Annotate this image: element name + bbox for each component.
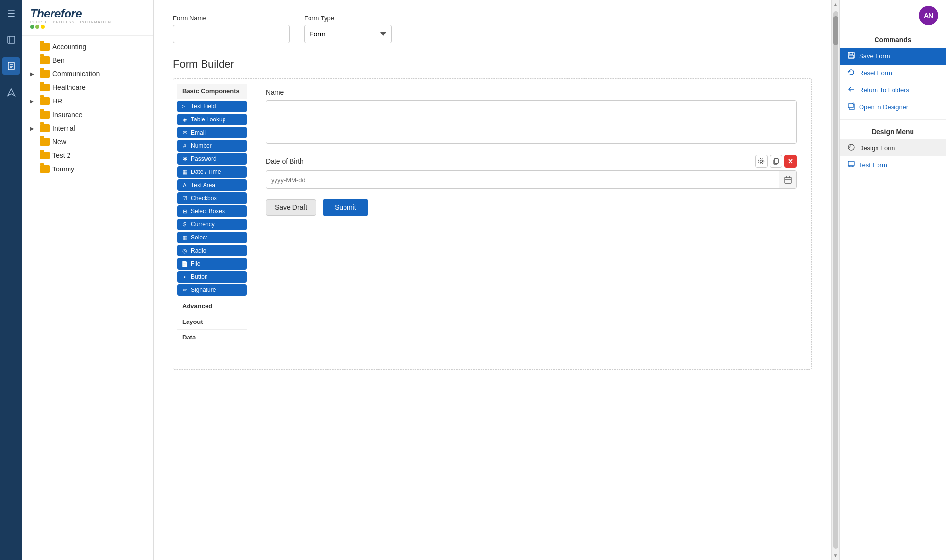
dob-input[interactable] <box>266 172 779 187</box>
sidebar-item-label: Tommy <box>52 165 74 173</box>
advanced-section-title[interactable]: Advanced <box>177 299 247 314</box>
component-label: File <box>191 260 200 267</box>
form-builder-title: Form Builder <box>173 58 812 70</box>
test-form-item[interactable]: Test Form <box>840 156 946 173</box>
submit-button[interactable]: Submit <box>323 199 368 216</box>
tree-expand-arrow: ▶ <box>30 126 37 131</box>
sidebar-item-label: Test 2 <box>52 152 70 159</box>
open-designer-item[interactable]: Open in Designer <box>840 99 946 116</box>
form-name-label: Form Name <box>173 15 290 22</box>
sidebar-item-accounting[interactable]: Accounting <box>22 40 153 53</box>
reset-form-item[interactable]: Reset Form <box>840 65 946 82</box>
scroll-up[interactable]: ▲ <box>833 0 838 9</box>
dob-settings-btn[interactable] <box>755 155 768 168</box>
name-field-label: Name <box>266 88 797 96</box>
svg-rect-22 <box>848 104 853 108</box>
folder-icon <box>40 56 50 64</box>
content-scroll: Form Name Form Type Form Template Workfl… <box>154 0 831 560</box>
email-icon: ✉ <box>181 130 188 136</box>
dob-delete-btn[interactable] <box>784 155 797 168</box>
save-form-item[interactable]: Save Form <box>840 48 946 65</box>
component-password[interactable]: ✱ Password <box>177 153 247 165</box>
component-signature[interactable]: ✏ Signature <box>177 284 247 296</box>
component-table-lookup[interactable]: ◈ Table Lookup <box>177 114 247 125</box>
component-button[interactable]: ▪ Button <box>177 271 247 283</box>
return-icon <box>847 85 855 95</box>
component-label: Number <box>191 142 212 149</box>
form-type-label: Form Type <box>304 15 392 22</box>
component-label: Button <box>191 273 208 280</box>
select-icon: ▦ <box>181 235 188 241</box>
form-name-input[interactable] <box>173 25 290 43</box>
component-text-field[interactable]: >_ Text Field <box>177 101 247 112</box>
test-form-label: Test Form <box>859 161 887 169</box>
design-form-item[interactable]: Design Form <box>840 139 946 156</box>
sidebar-item-hr[interactable]: ▶ HR <box>22 94 153 108</box>
sidebar-item-healthcare[interactable]: Healthcare <box>22 81 153 94</box>
dob-copy-btn[interactable] <box>770 155 782 168</box>
tree-expand-arrow: ▶ <box>30 71 37 77</box>
layout-section-title[interactable]: Layout <box>177 314 247 330</box>
textarea-icon: A <box>181 182 188 188</box>
design-form-label: Design Form <box>859 144 895 152</box>
folder-icon <box>40 70 50 78</box>
sidebar-item-tommy[interactable]: Tommy <box>22 162 153 176</box>
component-checkbox[interactable]: ☑ Checkbox <box>177 192 247 204</box>
save-draft-button[interactable]: Save Draft <box>266 199 316 216</box>
sidebar-item-label: New <box>52 138 66 146</box>
sidebar: Therefore PEOPLE · PROCESS · INFORMATION… <box>22 0 154 560</box>
save-form-icon <box>847 51 855 61</box>
panel-divider <box>840 119 946 120</box>
name-field-group: Name <box>266 88 797 145</box>
data-section-title[interactable]: Data <box>177 330 247 345</box>
component-select-boxes[interactable]: ⊞ Select Boxes <box>177 205 247 217</box>
scroll-down[interactable]: ▼ <box>833 551 838 560</box>
user-avatar[interactable]: AN <box>919 6 938 25</box>
sidebar-item-label: Communication <box>52 70 100 78</box>
sidebar-item-new[interactable]: New <box>22 135 153 149</box>
sidebar-item-insurance[interactable]: Insurance <box>22 108 153 121</box>
book-icon[interactable] <box>2 31 20 49</box>
component-datetime[interactable]: ▦ Date / Time <box>177 166 247 178</box>
navigate-icon[interactable] <box>2 84 20 101</box>
save-form-label: Save Form <box>859 52 890 60</box>
component-number[interactable]: # Number <box>177 140 247 152</box>
component-radio[interactable]: ◎ Radio <box>177 245 247 256</box>
folder-icon <box>40 124 50 132</box>
name-textarea[interactable] <box>266 100 797 144</box>
component-email[interactable]: ✉ Email <box>177 127 247 138</box>
document-icon[interactable] <box>2 57 20 75</box>
component-label: Signature <box>191 287 216 293</box>
logo-subtitle: PEOPLE · PROCESS · INFORMATION <box>30 20 145 24</box>
basic-components-title[interactable]: Basic Components <box>177 84 247 99</box>
folder-icon <box>40 84 50 91</box>
svg-rect-0 <box>8 36 15 43</box>
design-menu-title: Design Menu <box>840 124 946 139</box>
form-canvas: Name Date of Birth <box>251 79 811 369</box>
sidebar-item-label: Internal <box>52 124 75 132</box>
hamburger-icon[interactable]: ☰ <box>2 5 20 22</box>
sidebar-item-label: Healthcare <box>52 84 86 91</box>
return-to-folders-item[interactable]: Return To Folders <box>840 82 946 99</box>
component-label: Checkbox <box>191 195 217 202</box>
component-file[interactable]: 📄 File <box>177 258 247 270</box>
dob-header-row: Date of Birth <box>266 155 797 168</box>
form-type-select[interactable]: Form Template Workflow <box>304 25 392 43</box>
form-type-group: Form Type Form Template Workflow <box>304 15 392 43</box>
canvas-buttons: Save Draft Submit <box>266 199 797 221</box>
calendar-btn[interactable] <box>779 171 796 188</box>
currency-icon: $ <box>181 221 188 227</box>
component-currency[interactable]: $ Currency <box>177 219 247 230</box>
tree-expand-arrow: ▶ <box>30 99 37 104</box>
scroll-track[interactable] <box>833 11 838 549</box>
svg-rect-10 <box>774 159 778 163</box>
form-builder-section: Basic Components >_ Text Field ◈ Table L… <box>173 78 812 370</box>
folder-icon <box>40 111 50 119</box>
component-select[interactable]: ▦ Select <box>177 232 247 243</box>
sidebar-item-ben[interactable]: Ben <box>22 53 153 67</box>
sidebar-item-internal[interactable]: ▶ Internal <box>22 121 153 135</box>
main-scrollbar: ▲ ▼ <box>831 0 839 560</box>
component-textarea[interactable]: A Text Area <box>177 179 247 191</box>
sidebar-item-communication[interactable]: ▶ Communication <box>22 67 153 81</box>
sidebar-item-test2[interactable]: Test 2 <box>22 149 153 162</box>
